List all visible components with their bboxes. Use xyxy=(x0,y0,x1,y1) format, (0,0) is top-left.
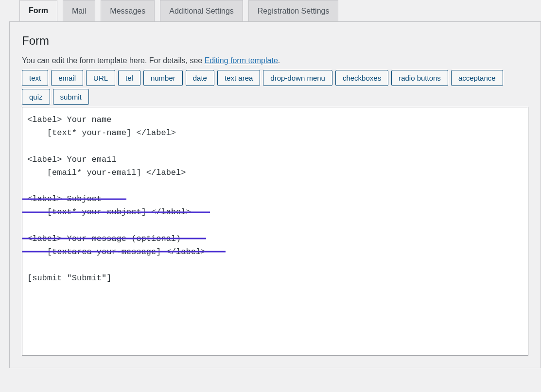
tab-registration-settings[interactable]: Registration Settings xyxy=(248,0,339,21)
tab-form[interactable]: Form xyxy=(19,0,57,21)
panel-title: Form xyxy=(22,34,528,48)
tag-button-text[interactable]: text xyxy=(22,70,48,86)
tag-button-drop-down-menu[interactable]: drop-down menu xyxy=(263,70,332,86)
form-template-editor[interactable]: <label> Your name [text* your-name] </la… xyxy=(22,107,528,356)
code-line: <label> Subject xyxy=(27,192,523,205)
strike-annotation xyxy=(22,198,126,200)
tag-button-radio-buttons[interactable]: radio buttons xyxy=(391,70,448,86)
panel-hint: You can edit the form template here. For… xyxy=(22,56,528,65)
code-line xyxy=(27,258,523,272)
code-line: <label> Your message (optional) xyxy=(27,232,523,245)
form-panel: Form You can edit the form template here… xyxy=(9,21,541,368)
tag-button-checkboxes[interactable]: checkboxes xyxy=(335,70,388,86)
code-line: [text* your-name] </label> xyxy=(27,126,523,139)
strike-annotation xyxy=(22,211,210,213)
tag-button-number[interactable]: number xyxy=(143,70,183,86)
tab-additional-settings[interactable]: Additional Settings xyxy=(160,0,243,21)
tag-button-acceptance[interactable]: acceptance xyxy=(451,70,503,86)
tabs-bar: FormMailMessagesAdditional SettingsRegis… xyxy=(9,0,541,21)
code-line: [text* your-subject] </label> xyxy=(27,205,523,219)
editing-form-template-link[interactable]: Editing form template xyxy=(205,56,278,65)
hint-prefix: You can edit the form template here. For… xyxy=(22,56,205,65)
tag-button-tel[interactable]: tel xyxy=(118,70,140,86)
code-line xyxy=(27,139,523,153)
tag-button-quiz[interactable]: quiz xyxy=(22,89,50,105)
hint-suffix: . xyxy=(278,56,280,65)
tag-button-text-area[interactable]: text area xyxy=(217,70,260,86)
strike-annotation xyxy=(22,238,206,239)
tab-mail[interactable]: Mail xyxy=(63,0,95,21)
code-line: [textarea your-message] </label> xyxy=(27,245,523,258)
tag-button-submit[interactable]: submit xyxy=(53,89,89,105)
code-line: <label> Your email xyxy=(27,153,523,166)
tag-button-date[interactable]: date xyxy=(186,70,214,86)
code-line: <label> Your name xyxy=(27,113,523,126)
strike-annotation xyxy=(22,251,226,253)
code-line: [email* your-email] </label> xyxy=(27,166,523,179)
tag-button-email[interactable]: email xyxy=(51,70,83,86)
code-line xyxy=(27,219,523,232)
tag-button-url[interactable]: URL xyxy=(86,70,115,86)
code-line: [submit "Submit"] xyxy=(27,272,523,285)
code-line xyxy=(27,179,523,192)
tag-buttons-row: textemailURLtelnumberdatetext areadrop-d… xyxy=(22,70,528,105)
tab-messages[interactable]: Messages xyxy=(101,0,155,21)
